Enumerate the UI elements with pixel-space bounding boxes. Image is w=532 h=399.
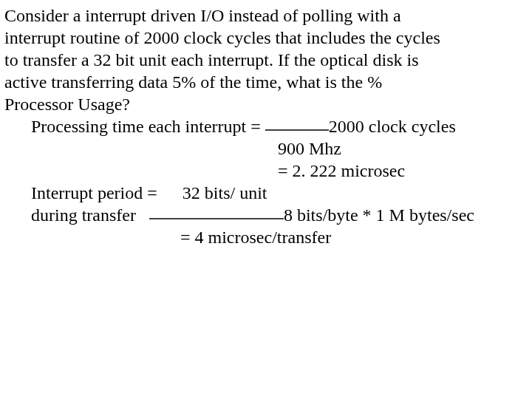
calc-proc-time: Processing time each interrupt = 2000 cl… [4, 115, 526, 137]
int-period-label: Interrupt period = [31, 183, 162, 202]
proc-time-result: = 2. 222 microsec [4, 160, 526, 182]
int-period-label2: during transfer [31, 205, 136, 225]
problem-line-5: Processor Usage? [4, 93, 526, 115]
problem-line-2: interrupt routine of 2000 clock cycles t… [4, 27, 526, 49]
problem-line-4: active transferring data 5% of the time,… [4, 71, 526, 93]
proc-time-numerator: 2000 clock cycles [329, 117, 456, 136]
int-period-result: = 4 microsec/transfer [4, 226, 526, 248]
calc-int-period-row1: Interrupt period = 32 bits/ unit [4, 182, 526, 204]
proc-time-label: Processing time each interrupt = [31, 117, 265, 136]
calc-int-period-row2: during transfer8 bits/byte * 1 M bytes/s… [4, 204, 526, 226]
problem-line-3: to transfer a 32 bit unit each interrupt… [4, 49, 526, 71]
int-period-denominator: 8 bits/byte * 1 M bytes/sec [284, 205, 474, 225]
int-period-numerator: 32 bits/ unit [183, 183, 267, 202]
slide-body: Consider a interrupt driven I/O instead … [0, 0, 532, 248]
problem-line-1: Consider a interrupt driven I/O instead … [4, 4, 526, 27]
proc-time-denominator: 900 Mhz [4, 137, 526, 160]
